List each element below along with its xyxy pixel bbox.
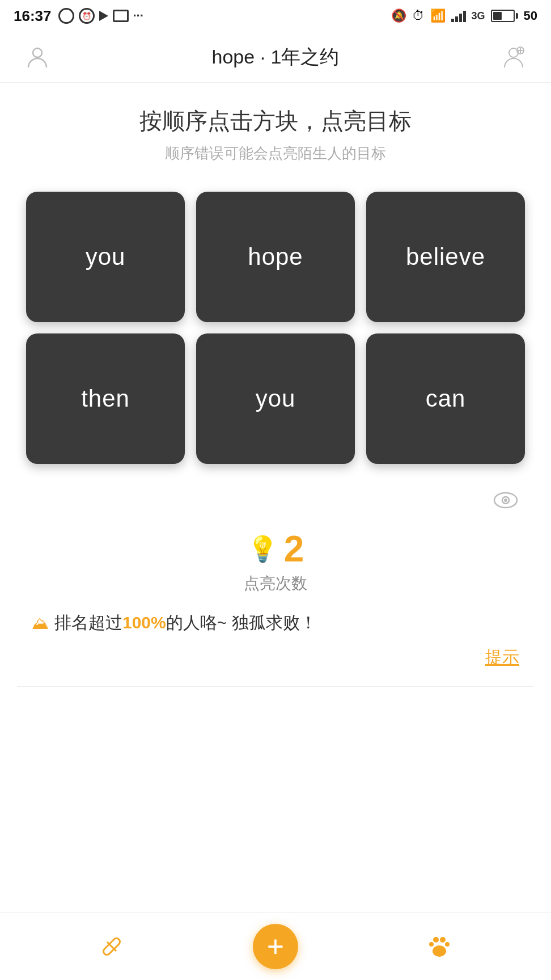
counter-section: 💡 2 点亮次数 (244, 531, 307, 594)
header-title: hope · 1年之约 (212, 44, 340, 70)
add-icon: + (267, 932, 284, 961)
word-grid: you hope believe then you can (26, 192, 525, 464)
image-icon (113, 10, 129, 22)
hint-button[interactable]: 提示 (485, 646, 519, 669)
mute-icon: 🔕 (391, 9, 406, 23)
status-bar: 16:37 ⏰ ··· 🔕 ⏱ 📶 3G (0, 0, 551, 32)
pill-svg (97, 932, 126, 961)
word-card-2[interactable]: believe (366, 192, 525, 322)
paw-button[interactable] (425, 932, 454, 961)
eye-row (26, 487, 525, 514)
pill-button[interactable] (97, 932, 126, 961)
word-label-1: hope (248, 243, 303, 271)
svg-point-11 (440, 937, 446, 943)
word-label-5: can (426, 385, 466, 412)
battery-level: 50 (524, 9, 537, 23)
bottom-toolbar: + (0, 912, 551, 980)
alarm-icon: ⏱ (412, 9, 425, 23)
word-card-1[interactable]: hope (196, 192, 355, 322)
main-content: 按顺序点击方块，点亮目标 顺序错误可能会点亮陌生人的目标 you hope be… (0, 83, 551, 912)
person-svg (25, 45, 50, 70)
header: hope · 1年之约 (0, 32, 551, 83)
svg-point-0 (33, 48, 42, 57)
ranking-text: 排名超过100%的人咯~ 独孤求败！ (54, 611, 317, 635)
counter-row: 💡 2 (247, 531, 304, 567)
paw-svg (425, 932, 454, 961)
add-button[interactable]: + (253, 924, 298, 969)
word-card-4[interactable]: you (196, 333, 355, 464)
word-card-0[interactable]: you (26, 192, 185, 322)
ranking-section: ⛰ 排名超过100%的人咯~ 独孤求败！ (26, 611, 525, 635)
instruction-title: 按顺序点击方块，点亮目标 (139, 105, 412, 137)
word-label-4: you (256, 385, 296, 412)
word-label-0: you (86, 243, 126, 271)
network-type: 3G (472, 10, 485, 22)
status-time: 16:37 ⏰ ··· (14, 7, 143, 25)
instruction-subtitle: 顺序错误可能会点亮陌生人的目标 (165, 143, 386, 163)
wifi-icon: 📶 (430, 9, 446, 23)
sparkle-svg (501, 45, 526, 70)
messenger-icon (58, 8, 74, 24)
svg-point-7 (504, 499, 507, 502)
mountain-icon: ⛰ (32, 614, 49, 633)
battery-indicator (491, 10, 518, 22)
svg-point-12 (429, 942, 434, 947)
word-card-5[interactable]: can (366, 333, 525, 464)
word-label-2: believe (406, 243, 485, 271)
eye-icon[interactable] (492, 487, 519, 514)
more-dots: ··· (133, 9, 143, 23)
profile-icon[interactable] (23, 43, 52, 72)
counter-number: 2 (284, 531, 304, 567)
eye-svg (493, 492, 518, 509)
play-icon (99, 11, 108, 21)
divider (17, 686, 534, 687)
counter-label: 点亮次数 (244, 573, 307, 594)
word-label-3: then (81, 385, 130, 412)
hint-row: 提示 (26, 646, 525, 669)
svg-point-13 (445, 942, 450, 947)
svg-point-10 (433, 937, 439, 943)
status-right-icons: 🔕 ⏱ 📶 3G 50 (391, 9, 538, 23)
clock-icon: ⏰ (79, 8, 95, 24)
word-card-3[interactable]: then (26, 333, 185, 464)
status-app-icons: ⏰ ··· (58, 8, 143, 24)
signal-icon (451, 10, 466, 22)
svg-point-14 (433, 945, 446, 957)
bulb-icon: 💡 (247, 534, 278, 564)
sparkle-icon[interactable] (499, 43, 528, 72)
svg-line-9 (107, 942, 116, 951)
